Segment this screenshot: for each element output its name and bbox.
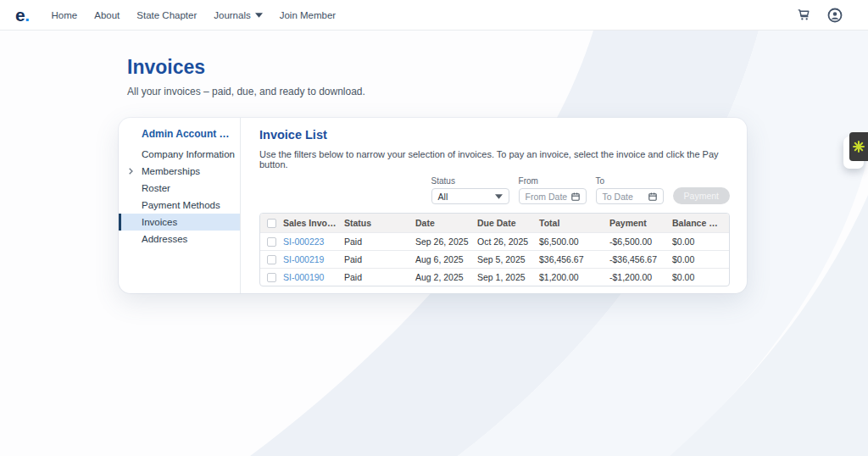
from-label: From: [519, 176, 587, 186]
status-label: Status: [431, 176, 509, 186]
from-date-input[interactable]: From Date: [519, 188, 587, 204]
sidebar-items: Company InformationMembershipsRosterPaym…: [119, 146, 240, 247]
select-all-checkbox[interactable]: [267, 219, 276, 228]
nav-item-home[interactable]: Home: [52, 10, 78, 20]
page-subtitle: All your invoices – paid, due, and ready…: [127, 86, 365, 97]
calendar-icon: [648, 192, 657, 201]
logo[interactable]: e.: [15, 6, 30, 24]
sidebar-item-memberships[interactable]: Memberships: [119, 163, 240, 180]
column-header-total: Total: [537, 214, 608, 232]
nav-item-join-member[interactable]: Join Member: [280, 10, 336, 20]
nav-menu: HomeAboutState ChapterJournalsJoin Membe…: [52, 10, 337, 20]
calendar-icon: [571, 192, 580, 201]
from-filter-group: From From Date: [519, 176, 587, 204]
status-cell: Paid: [342, 232, 414, 250]
payment-cell: -$6,500.00: [608, 232, 670, 250]
to-date-placeholder: To Date: [603, 192, 633, 202]
sidebar-item-roster[interactable]: Roster: [119, 180, 240, 197]
total-cell: $6,500.00: [537, 232, 608, 250]
invoices-card: Admin Account Setti... Company Informati…: [119, 118, 747, 293]
status-select[interactable]: All: [431, 188, 509, 204]
page-title: Invoices: [127, 56, 205, 79]
row-checkbox[interactable]: [267, 273, 276, 282]
column-header-payment: Payment: [608, 214, 670, 232]
due-date-cell: Sep 1, 2025: [476, 268, 537, 286]
date-cell: Aug 2, 2025: [414, 268, 476, 286]
top-navigation: e. HomeAboutState ChapterJournalsJoin Me…: [0, 0, 868, 31]
column-header-sales-invoice-n: Sales Invoice N...: [281, 214, 342, 232]
chevron-down-icon: [495, 194, 503, 199]
to-date-input[interactable]: To Date: [596, 188, 664, 204]
accessibility-widget-button[interactable]: [849, 132, 868, 161]
column-header-due-date: Due Date: [476, 214, 537, 232]
row-checkbox[interactable]: [267, 255, 276, 264]
invoice-list-panel: Invoice List Use the filters below to na…: [241, 118, 747, 293]
row-checkbox[interactable]: [267, 237, 276, 247]
due-date-cell: Oct 26, 2025: [476, 232, 537, 250]
account-icon[interactable]: [827, 8, 843, 23]
total-cell: $1,200.00: [537, 268, 608, 286]
select-all-header: [260, 214, 281, 232]
status-select-value: All: [438, 192, 448, 202]
panel-description: Use the filters below to narrow your sel…: [259, 149, 730, 170]
balance-due-cell: $0.00: [670, 232, 729, 250]
table-row[interactable]: SI-000190 Paid Aug 2, 2025 Sep 1, 2025 $…: [260, 268, 729, 286]
panel-title: Invoice List: [259, 128, 730, 142]
nav-item-state-chapter[interactable]: State Chapter: [136, 10, 197, 20]
from-date-placeholder: From Date: [526, 192, 568, 202]
table-header-row: Sales Invoice N...StatusDateDue DateTota…: [260, 214, 729, 232]
column-header-balance-due: Balance Due: [670, 214, 729, 232]
invoice-table-container: Sales Invoice N...StatusDateDue DateTota…: [259, 213, 730, 286]
payment-cell: -$1,200.00: [608, 268, 670, 286]
sidebar-item-invoices[interactable]: Invoices: [119, 214, 240, 231]
status-filter-group: Status All: [431, 176, 509, 204]
chevron-right-icon[interactable]: [129, 168, 133, 175]
sidebar-item-payment-methods[interactable]: Payment Methods: [119, 197, 240, 214]
total-cell: $36,456.67: [537, 250, 608, 268]
sidebar-title[interactable]: Admin Account Setti...: [119, 124, 240, 146]
column-header-date: Date: [414, 214, 476, 232]
invoice-link[interactable]: SI-000223: [283, 236, 324, 247]
date-cell: Sep 26, 2025: [414, 232, 476, 250]
cart-icon[interactable]: [797, 8, 811, 22]
logo-dot: .: [25, 5, 29, 25]
sidebar-item-addresses[interactable]: Addresses: [119, 231, 240, 247]
invoice-link[interactable]: SI-000219: [283, 254, 324, 264]
invoice-link[interactable]: SI-000190: [283, 272, 324, 282]
sidebar-item-company-information[interactable]: Company Information: [119, 146, 240, 163]
accessibility-widget[interactable]: [849, 132, 868, 161]
table-row[interactable]: SI-000223 Paid Sep 26, 2025 Oct 26, 2025…: [260, 232, 729, 250]
balance-due-cell: $0.00: [670, 250, 729, 268]
settings-sidebar: Admin Account Setti... Company Informati…: [119, 118, 241, 293]
nav-right: [797, 8, 854, 23]
status-cell: Paid: [342, 250, 414, 268]
column-header-status: Status: [342, 214, 414, 232]
status-cell: Paid: [342, 268, 414, 286]
chevron-down-icon: [255, 13, 263, 18]
nav-item-journals[interactable]: Journals: [214, 10, 262, 20]
to-label: To: [596, 176, 664, 186]
payment-button[interactable]: Payment: [673, 187, 730, 204]
filter-bar: Status All From From Date To To Date: [259, 176, 730, 204]
balance-due-cell: $0.00: [670, 268, 729, 286]
invoice-table: Sales Invoice N...StatusDateDue DateTota…: [260, 214, 729, 286]
table-row[interactable]: SI-000219 Paid Aug 6, 2025 Sep 5, 2025 $…: [260, 250, 729, 268]
asterisk-icon: [853, 141, 865, 153]
due-date-cell: Sep 5, 2025: [476, 250, 537, 268]
payment-cell: -$36,456.67: [608, 250, 670, 268]
nav-item-about[interactable]: About: [94, 10, 120, 20]
date-cell: Aug 6, 2025: [414, 250, 476, 268]
to-filter-group: To To Date: [596, 176, 664, 204]
